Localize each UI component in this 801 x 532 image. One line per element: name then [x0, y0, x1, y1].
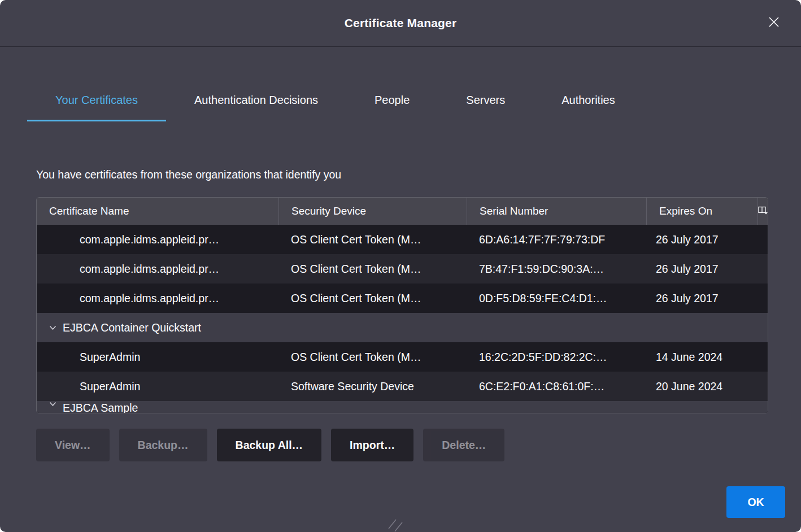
chevron-down-icon[interactable] [49, 402, 56, 407]
serial-number-cell: 16:2C:2D:5F:DD:82:2C:… [467, 351, 646, 364]
backup-all-button[interactable]: Backup All… [217, 429, 322, 461]
serial-number-cell: 6D:A6:14:7F:7F:79:73:DF [467, 233, 646, 246]
dialog-title: Certificate Manager [345, 16, 457, 30]
group-label: EJBCA Container Quickstart [63, 321, 201, 334]
titlebar: Certificate Manager [0, 0, 801, 47]
tab-label: Servers [466, 94, 505, 106]
certificate-name-cell: SuperAdmin [37, 351, 278, 364]
certificate-row[interactable]: SuperAdmin Software Security Device 6C:E… [37, 372, 768, 401]
tabs: Your Certificates Authentication Decisio… [27, 93, 801, 121]
group-label: EJBCA Sample [63, 402, 138, 413]
tab-authorities[interactable]: Authorities [533, 93, 643, 121]
expires-on-cell: 14 June 2024 [646, 351, 758, 364]
certificate-name-cell: com.apple.idms.appleid.pr… [37, 233, 278, 246]
column-picker-icon [758, 205, 768, 217]
tab-people[interactable]: People [346, 93, 438, 121]
certificate-row[interactable]: com.apple.idms.appleid.pr… OS Client Cer… [37, 284, 768, 313]
certificate-name-cell: com.apple.idms.appleid.pr… [37, 263, 278, 276]
security-device-cell: OS Client Cert Token (M… [278, 233, 467, 246]
expires-on-cell: 26 July 2017 [646, 233, 758, 246]
serial-number-cell: 7B:47:F1:59:DC:90:3A:… [467, 263, 646, 276]
tab-label: Authorities [561, 94, 615, 106]
description-text: You have certificates from these organiz… [36, 168, 801, 181]
chevron-down-icon[interactable] [49, 325, 56, 330]
group-row[interactable]: EJBCA Sample [37, 401, 768, 413]
action-button-label: View… [55, 439, 91, 451]
expires-on-cell: 20 June 2024 [646, 380, 758, 393]
certificate-row[interactable]: SuperAdmin OS Client Cert Token (M… 16:2… [37, 342, 768, 372]
expires-on-cell: 26 July 2017 [646, 263, 758, 276]
close-button[interactable] [761, 0, 786, 46]
cert-table-header: Certificate Name Security Device Serial … [37, 198, 768, 225]
group-row[interactable]: EJBCA Container Quickstart [37, 313, 768, 342]
tab-your-certificates[interactable]: Your Certificates [27, 93, 166, 121]
security-device-cell: OS Client Cert Token (M… [278, 351, 467, 364]
security-device-cell: Software Security Device [278, 380, 467, 393]
column-header-certificate-name[interactable]: Certificate Name [37, 198, 278, 225]
resize-grip[interactable] [388, 519, 405, 532]
serial-number-cell: 0D:F5:D8:59:FE:C4:D1:… [467, 292, 646, 305]
close-icon [768, 16, 780, 30]
action-button-label: Delete… [442, 439, 486, 451]
certificate-row[interactable]: com.apple.idms.appleid.pr… OS Client Cer… [37, 254, 768, 284]
import-button[interactable]: Import… [331, 429, 413, 461]
action-buttons: View… Backup… Backup All… Import… Delete… [36, 429, 801, 461]
cert-table: Certificate Name Security Device Serial … [36, 197, 768, 413]
tab-label: People [375, 94, 410, 106]
cert-table-body: com.apple.idms.appleid.pr… OS Client Cer… [37, 225, 768, 413]
backup-button[interactable]: Backup… [119, 429, 207, 461]
certificate-name-cell: SuperAdmin [37, 380, 278, 393]
expires-on-cell: 26 July 2017 [646, 292, 758, 305]
tab-authentication-decisions[interactable]: Authentication Decisions [166, 93, 346, 121]
serial-number-cell: 6C:E2:F0:A1:C8:61:0F:… [467, 380, 646, 393]
action-button-label: Backup… [138, 439, 189, 451]
certificate-row[interactable]: com.apple.idms.appleid.pr… OS Client Cer… [37, 225, 768, 254]
column-header-expires-on[interactable]: Expires On [646, 198, 758, 225]
view-button[interactable]: View… [36, 429, 110, 461]
column-picker-button[interactable] [758, 198, 768, 225]
column-header-security-device[interactable]: Security Device [278, 198, 467, 225]
tab-label: Authentication Decisions [194, 94, 318, 106]
tab-servers[interactable]: Servers [438, 93, 533, 121]
action-button-label: Backup All… [236, 439, 303, 451]
ok-button[interactable]: OK [726, 486, 785, 518]
action-button-label: Import… [350, 439, 395, 451]
security-device-cell: OS Client Cert Token (M… [278, 263, 467, 276]
security-device-cell: OS Client Cert Token (M… [278, 292, 467, 305]
delete-button[interactable]: Delete… [423, 429, 504, 461]
column-header-serial-number[interactable]: Serial Number [467, 198, 646, 225]
certificate-manager-dialog: Certificate Manager Your Certificates Au… [0, 0, 801, 532]
tab-label: Your Certificates [55, 94, 138, 106]
certificate-name-cell: com.apple.idms.appleid.pr… [37, 292, 278, 305]
